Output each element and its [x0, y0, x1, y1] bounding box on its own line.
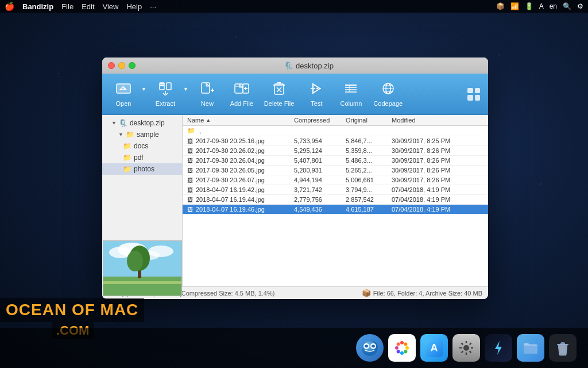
- dock-arrow-app[interactable]: [485, 334, 512, 362]
- file-icon-parent: 📁: [187, 127, 195, 135]
- dock-finder2[interactable]: [517, 334, 544, 362]
- menubar-app-name[interactable]: Bandizip: [22, 2, 53, 11]
- keyboard-icon: A: [539, 2, 544, 10]
- column-icon: [343, 82, 359, 98]
- file-name-3: 🖼 2017-09-30 20.26.04.jpg: [187, 157, 294, 164]
- menubar-view[interactable]: View: [103, 2, 119, 11]
- new-button[interactable]: New: [191, 78, 224, 110]
- open-group: Open ▼: [107, 78, 148, 110]
- file-list-header: Name ▲ Compressed Original Modified: [183, 115, 488, 126]
- file-icon-2: 🖼: [187, 148, 193, 154]
- file-row-3[interactable]: 🖼 2017-09-30 20.26.04.jpg 5,407,801 5,48…: [183, 156, 488, 166]
- maximize-button[interactable]: [129, 62, 136, 69]
- grid-cell-4: [475, 95, 481, 101]
- svg-rect-4: [167, 83, 171, 90]
- extract-icon: [157, 82, 173, 98]
- svg-marker-54: [495, 341, 502, 355]
- file-name-parent: 📁 ..: [187, 127, 294, 135]
- header-original-text: Original: [346, 117, 368, 124]
- file-name-8: 🖼 2018-04-07 16.19.46.jpg: [187, 206, 294, 213]
- header-name-text: Name: [187, 117, 204, 124]
- svg-point-41: [372, 345, 375, 348]
- file-row-5[interactable]: 🖼 2017-09-30 20.26.07.jpg 4,944,194 5,00…: [183, 175, 488, 185]
- file-modified-6: 07/04/2018, 4:19 PM: [392, 186, 483, 193]
- sidebar-item-desktop-zip[interactable]: ▼ 🗜️ desktop.zip: [102, 117, 182, 129]
- sidebar-item-docs[interactable]: 📁 docs: [102, 140, 182, 152]
- view-toggle-button[interactable]: [467, 88, 480, 101]
- file-row-2[interactable]: 🖼 2017-09-30 20.26.02.jpg 5,295,124 5,35…: [183, 146, 488, 156]
- extract-group: Extract ▼: [149, 78, 189, 110]
- open-dropdown[interactable]: ▼: [140, 83, 148, 95]
- codepage-button[interactable]: Codepage: [369, 78, 407, 110]
- file-icon-3: 🖼: [187, 158, 193, 164]
- header-compressed[interactable]: Compressed: [294, 117, 346, 124]
- preview-panel: [103, 240, 182, 296]
- sidebar-item-sample[interactable]: ▼ 📁 sample: [102, 129, 182, 140]
- open-button[interactable]: Open: [107, 78, 140, 110]
- svg-text:A: A: [431, 342, 438, 354]
- add-file-icon: [234, 82, 250, 98]
- file-modified-3: 30/09/2017, 8:26 PM: [392, 157, 483, 164]
- menubar-left: 🍎 Bandizip File Edit View Help ···: [5, 2, 156, 11]
- header-modified[interactable]: Modified: [392, 117, 483, 124]
- dock-finder[interactable]: [356, 334, 384, 362]
- column-button[interactable]: Column: [334, 78, 368, 110]
- header-original[interactable]: Original: [346, 117, 392, 124]
- dock-appstore[interactable]: A: [420, 334, 448, 362]
- file-compressed-7: 2,779,756: [294, 196, 346, 203]
- sidebar-label-photos: photos: [134, 165, 154, 173]
- menubar-help[interactable]: Help: [126, 2, 142, 11]
- extract-dropdown[interactable]: ▼: [182, 83, 189, 95]
- control-center-icon[interactable]: ⚙: [577, 2, 583, 10]
- menubar-extra: ···: [150, 2, 156, 11]
- sidebar-item-photos[interactable]: 📁 photos: [102, 163, 182, 175]
- sidebar-label-pdf: pdf: [134, 154, 144, 162]
- language-indicator[interactable]: en: [550, 2, 557, 10]
- file-label-2: 2017-09-30 20.26.02.jpg: [196, 147, 265, 154]
- test-button[interactable]: Test: [300, 78, 333, 110]
- delete-file-label: Delete File: [264, 100, 295, 107]
- file-modified-5: 30/09/2017, 8:26 PM: [392, 177, 483, 183]
- sidebar-item-pdf[interactable]: 📁 pdf: [102, 152, 182, 163]
- dock-settings[interactable]: [452, 334, 480, 362]
- file-original-1: 5,846,7...: [346, 137, 392, 144]
- header-name[interactable]: Name ▲: [187, 117, 294, 124]
- menubar-file[interactable]: File: [61, 2, 74, 11]
- window-title-text: desktop.zip: [296, 62, 334, 70]
- menubar-edit[interactable]: Edit: [82, 2, 94, 11]
- folder-icon: [521, 339, 540, 357]
- sidebar-folder-docs: 📁: [123, 142, 131, 150]
- file-name-5: 🖼 2017-09-30 20.26.07.jpg: [187, 177, 294, 183]
- header-compressed-text: Compressed: [294, 117, 330, 124]
- svg-point-53: [463, 345, 469, 351]
- search-icon[interactable]: 🔍: [563, 2, 571, 10]
- dock-photos[interactable]: [388, 334, 416, 362]
- file-modified-7: 07/04/2018, 4:19 PM: [392, 196, 483, 203]
- dock-trash[interactable]: [549, 334, 577, 362]
- file-row-1[interactable]: 🖼 2017-09-30 20.25.16.jpg 5,733,954 5,84…: [183, 136, 488, 146]
- file-list-empty: [183, 214, 488, 286]
- file-row-8[interactable]: 🖼 2018-04-07 16.19.46.jpg 4,549,436 4,61…: [183, 205, 488, 214]
- apple-menu[interactable]: 🍎: [5, 2, 14, 11]
- file-name-1: 🖼 2017-09-30 20.25.16.jpg: [187, 137, 294, 144]
- file-row-4[interactable]: 🖼 2017-09-30 20.26.05.jpg 5,200,931 5,26…: [183, 166, 488, 175]
- close-button[interactable]: [108, 62, 115, 69]
- file-original-5: 5,006,661: [346, 177, 392, 183]
- add-file-button[interactable]: Add File: [225, 78, 258, 110]
- minimize-button[interactable]: [118, 62, 125, 69]
- file-original-3: 5,486,3...: [346, 157, 392, 164]
- sidebar-folder-pdf: 📁: [123, 154, 131, 162]
- file-label-8: 2018-04-07 16.19.46.jpg: [196, 206, 265, 213]
- file-icon-1: 🖼: [187, 138, 193, 144]
- file-row-7[interactable]: 🖼 2018-04-07 16.19.44.jpg 2,779,756 2,85…: [183, 195, 488, 205]
- grid-cell-1: [467, 88, 473, 94]
- extract-button[interactable]: Extract: [149, 78, 182, 110]
- sidebar-label-desktop-zip: desktop.zip: [130, 119, 165, 127]
- file-row-parent[interactable]: 📁 ..: [183, 126, 488, 136]
- svg-point-31: [148, 246, 173, 257]
- file-row-6[interactable]: 🖼 2018-04-07 16.19.42.jpg 3,721,742 3,79…: [183, 185, 488, 195]
- delete-file-button[interactable]: Delete File: [260, 78, 299, 110]
- watermark-ocean: OCEAN: [6, 301, 67, 319]
- grid-cell-3: [467, 95, 473, 101]
- sidebar-folder-sample: 📁: [126, 131, 134, 139]
